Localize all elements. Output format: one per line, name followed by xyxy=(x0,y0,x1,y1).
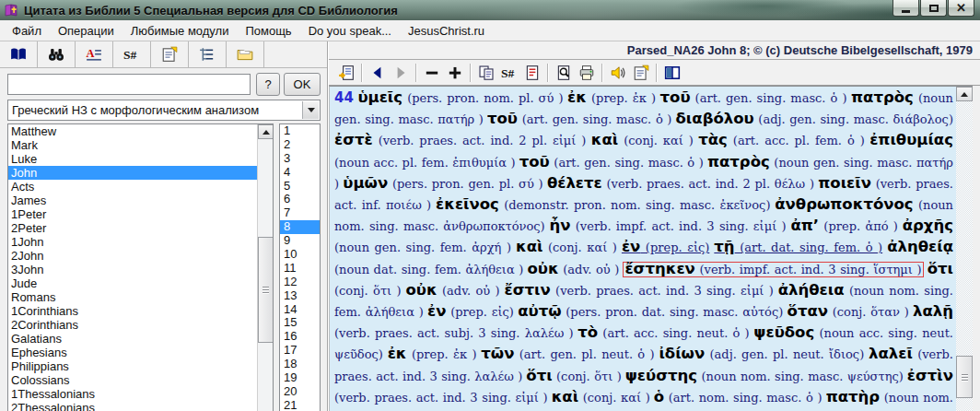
book-item-jude[interactable]: Jude xyxy=(8,276,257,290)
module-select[interactable]: Греческий НЗ с морфологическим анализом xyxy=(7,100,321,121)
strongs-numbers-button[interactable]: S# xyxy=(497,62,520,84)
chapter-item-13[interactable]: 13 xyxy=(280,289,320,303)
word-segment[interactable]: τοῦ (art. gen. sing. masc. ὁ ) xyxy=(519,156,704,170)
menu-item-2[interactable]: Операции xyxy=(50,21,122,41)
book-item-galatians[interactable]: Galatians xyxy=(8,332,257,346)
forward-button[interactable] xyxy=(389,62,412,84)
chapter-item-9[interactable]: 9 xyxy=(280,234,320,248)
book-item-1corinthians[interactable]: 1Corinthians xyxy=(8,304,257,318)
close-button[interactable]: ✕ xyxy=(948,0,974,17)
word-segment[interactable]: ὑμεῖς (pers. pron. nom. pl. σύ ) xyxy=(357,91,563,105)
chapter-item-15[interactable]: 15 xyxy=(280,316,320,330)
book-scroll-thumb[interactable] xyxy=(258,237,274,343)
chapter-item-7[interactable]: 7 xyxy=(280,206,320,220)
word-segment[interactable]: ἔστηκεν (verb. impf. act. ind. 3 sing. ἵ… xyxy=(623,262,923,277)
chapter-item-20[interactable]: 20 xyxy=(280,385,320,399)
book-item-2thessalonians[interactable]: 2Thessalonians xyxy=(8,401,257,411)
chapter-item-2[interactable]: 2 xyxy=(280,138,320,152)
word-segment[interactable]: ἐκ (prep. ἐκ ) xyxy=(567,91,656,105)
tab-dictionary[interactable]: A xyxy=(76,41,113,67)
tab-commentary[interactable] xyxy=(151,41,189,67)
word-segment[interactable]: ἐκεῖνος (demonstr. pron. nom. sing. masc… xyxy=(436,198,771,212)
chapter-item-8[interactable]: 8 xyxy=(280,220,320,234)
verse-text-button[interactable] xyxy=(520,62,543,84)
chapter-item-14[interactable]: 14 xyxy=(280,303,320,317)
chapter-item-11[interactable]: 11 xyxy=(280,262,320,276)
book-item-james[interactable]: James xyxy=(8,194,257,207)
word-segment[interactable]: αὐτῷ (pers. pron. dat. sing. masc. αὐτός… xyxy=(518,305,783,319)
print-button[interactable] xyxy=(575,62,598,84)
chapter-item-21[interactable]: 21 xyxy=(280,399,320,411)
scroll-up-icon[interactable] xyxy=(258,124,274,139)
back-button[interactable] xyxy=(366,62,389,84)
book-item-2peter[interactable]: 2Peter xyxy=(8,221,257,235)
maximize-button[interactable] xyxy=(920,0,947,17)
book-item-matthew[interactable]: Matthew xyxy=(8,124,257,138)
book-item-colossians[interactable]: Colossians xyxy=(8,373,257,387)
menu-item-1[interactable]: Файл xyxy=(4,21,50,41)
menu-item-3[interactable]: Любимые модули xyxy=(122,21,238,41)
tab-reading-plan[interactable] xyxy=(189,41,227,67)
print-preview-button[interactable] xyxy=(552,62,575,84)
text-scrollbar[interactable] xyxy=(956,87,973,411)
book-item-ephesians[interactable]: Ephesians xyxy=(8,346,257,359)
font-increase-button[interactable] xyxy=(443,62,466,84)
word-segment[interactable]: οὐκ (adv. οὐ ) xyxy=(405,284,499,298)
chapter-item-17[interactable]: 17 xyxy=(280,344,320,358)
reference-input[interactable] xyxy=(7,74,251,95)
word-segment[interactable]: καὶ (conj. καί ) xyxy=(516,241,617,254)
minimize-button[interactable] xyxy=(892,0,919,17)
chevron-down-icon[interactable] xyxy=(302,101,319,119)
word-segment[interactable]: οὐκ (adv. οὐ ) xyxy=(527,263,619,276)
tab-strongs[interactable]: S# xyxy=(113,41,151,67)
chapter-item-12[interactable]: 12 xyxy=(280,276,320,289)
ok-button[interactable]: OK xyxy=(284,73,321,96)
word-segment[interactable]: ἐν (prep. εἰς) xyxy=(427,305,514,319)
font-decrease-button[interactable] xyxy=(420,62,443,84)
word-segment[interactable]: τὸ (art. acc. sing. neut. ὁ ) xyxy=(578,326,749,340)
word-segment[interactable]: διαβόλου (adj. gen. sing. masc. διάβολος… xyxy=(676,112,953,126)
word-segment[interactable]: ψεύστης (noun nom. sing. masc. ψεύστης) xyxy=(625,370,904,383)
copy-button[interactable] xyxy=(474,62,497,84)
word-segment[interactable]: ἀπ’ (prep. ἀπό ) xyxy=(790,219,898,233)
split-view-button[interactable] xyxy=(660,62,683,84)
tab-modules[interactable] xyxy=(227,41,264,67)
word-segment[interactable]: ἐστὲ (verb. praes. act. ind. 2 pl. εἰμί … xyxy=(334,134,586,147)
scroll-up-icon[interactable] xyxy=(956,87,973,101)
chapter-item-18[interactable]: 18 xyxy=(280,358,320,371)
book-item-1thessalonians[interactable]: 1Thessalonians xyxy=(8,387,257,401)
word-segment[interactable]: ἐκ (prep. ἐκ ) xyxy=(388,347,477,361)
book-item-mark[interactable]: Mark xyxy=(8,138,257,152)
tab-bible[interactable] xyxy=(0,41,38,67)
chapter-item-6[interactable]: 6 xyxy=(280,193,320,206)
word-segment[interactable]: καὶ (conj. καί ) xyxy=(552,391,650,405)
word-segment[interactable]: ἰδίων (adj. gen. pl. neut. ἴδιος) xyxy=(659,347,864,361)
word-segment[interactable]: τῶν (art. gen. pl. neut. ὁ ) xyxy=(481,347,654,361)
word-segment[interactable]: ὁ (art. nom. sing. masc. ὁ ) xyxy=(654,391,822,405)
book-item-acts[interactable]: Acts xyxy=(8,180,257,194)
book-item-1peter[interactable]: 1Peter xyxy=(8,207,257,221)
word-segment[interactable]: ἔστιν (verb. praes. act. ind. 3 sing. εἰ… xyxy=(504,284,773,298)
goto-reference-button[interactable] xyxy=(334,62,357,84)
menu-item-6[interactable]: JesusChrist.ru xyxy=(400,21,493,41)
word-segment[interactable]: ἐν (prep. εἰς) xyxy=(622,241,709,254)
chapter-item-1[interactable]: 1 xyxy=(280,124,320,138)
menu-item-4[interactable]: Помощь xyxy=(237,21,299,41)
word-segment[interactable]: ὑμῶν (pers. pron. gen. pl. σύ ) xyxy=(343,177,542,191)
book-item-1john[interactable]: 1John xyxy=(8,235,257,249)
book-item-romans[interactable]: Romans xyxy=(8,290,257,304)
speech-button[interactable] xyxy=(606,62,629,84)
chapter-item-5[interactable]: 5 xyxy=(280,180,320,194)
properties-button[interactable] xyxy=(629,62,652,84)
book-item-3john[interactable]: 3John xyxy=(8,263,257,276)
help-button[interactable]: ? xyxy=(256,73,280,96)
chapter-item-19[interactable]: 19 xyxy=(280,371,320,385)
chapter-item-3[interactable]: 3 xyxy=(280,152,320,166)
book-item-luke[interactable]: Luke xyxy=(8,152,257,166)
tab-search[interactable] xyxy=(38,41,76,67)
chapter-item-4[interactable]: 4 xyxy=(280,166,320,180)
text-scroll-thumb[interactable] xyxy=(956,356,973,398)
book-list-scrollbar[interactable] xyxy=(257,124,273,411)
book-item-philippians[interactable]: Philippians xyxy=(8,359,257,373)
book-item-2john[interactable]: 2John xyxy=(8,249,257,263)
